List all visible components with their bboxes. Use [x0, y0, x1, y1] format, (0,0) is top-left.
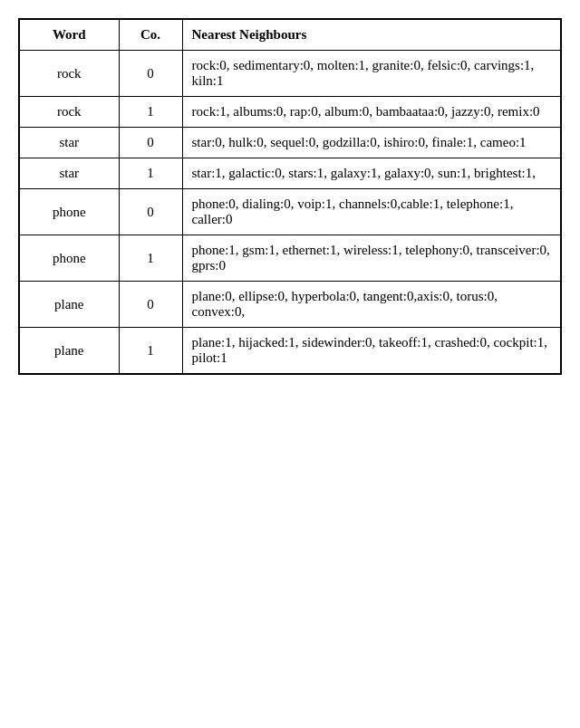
cell-word: star [19, 158, 119, 189]
table-container: Word Co. Nearest Neighbours rock0rock:0,… [18, 18, 562, 375]
data-table: Word Co. Nearest Neighbours rock0rock:0,… [18, 18, 562, 375]
cell-co: 1 [119, 328, 182, 375]
header-co: Co. [119, 19, 182, 51]
table-row: plane0plane:0, ellipse:0, hyperbola:0, t… [19, 282, 561, 328]
table-row: rock1rock:1, albums:0, rap:0, album:0, b… [19, 97, 561, 128]
cell-neighbours: star:1, galactic:0, stars:1, galaxy:1, g… [182, 158, 561, 189]
table-row: phone0phone:0, dialing:0, voip:1, channe… [19, 189, 561, 235]
cell-co: 0 [119, 189, 182, 235]
cell-co: 1 [119, 158, 182, 189]
cell-neighbours: plane:0, ellipse:0, hyperbola:0, tangent… [182, 282, 561, 328]
cell-neighbours: phone:0, dialing:0, voip:1, channels:0,c… [182, 189, 561, 235]
cell-word: plane [19, 328, 119, 375]
cell-word: rock [19, 51, 119, 97]
cell-neighbours: rock:0, sedimentary:0, molten:1, granite… [182, 51, 561, 97]
cell-co: 0 [119, 51, 182, 97]
cell-co: 0 [119, 282, 182, 328]
table-row: plane1plane:1, hijacked:1, sidewinder:0,… [19, 328, 561, 375]
cell-co: 0 [119, 128, 182, 158]
cell-neighbours: rock:1, albums:0, rap:0, album:0, bambaa… [182, 97, 561, 128]
table-row: phone1phone:1, gsm:1, ethernet:1, wirele… [19, 235, 561, 282]
cell-neighbours: plane:1, hijacked:1, sidewinder:0, takeo… [182, 328, 561, 375]
cell-neighbours: phone:1, gsm:1, ethernet:1, wireless:1, … [182, 235, 561, 282]
cell-co: 1 [119, 235, 182, 282]
cell-word: rock [19, 97, 119, 128]
table-row: star0star:0, hulk:0, sequel:0, godzilla:… [19, 128, 561, 158]
cell-co: 1 [119, 97, 182, 128]
cell-word: phone [19, 235, 119, 282]
header-word: Word [19, 19, 119, 51]
cell-neighbours: star:0, hulk:0, sequel:0, godzilla:0, is… [182, 128, 561, 158]
header-neighbours: Nearest Neighbours [182, 19, 561, 51]
cell-word: star [19, 128, 119, 158]
cell-word: phone [19, 189, 119, 235]
cell-word: plane [19, 282, 119, 328]
table-row: star1star:1, galactic:0, stars:1, galaxy… [19, 158, 561, 189]
table-header-row: Word Co. Nearest Neighbours [19, 19, 561, 51]
table-row: rock0rock:0, sedimentary:0, molten:1, gr… [19, 51, 561, 97]
